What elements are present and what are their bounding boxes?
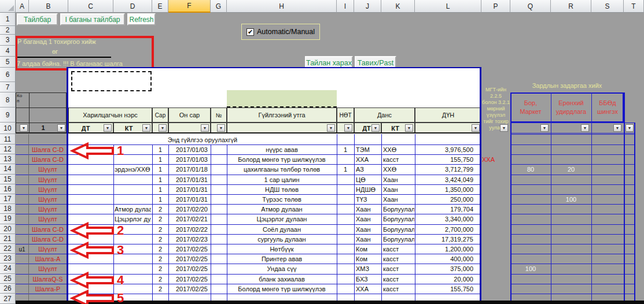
cell-B18[interactable]: Шүүлт [29, 205, 67, 214]
cell-F25[interactable]: 2017/02/25 [168, 275, 208, 284]
cell-E14[interactable]: 1 [152, 165, 168, 174]
cell-L18[interactable]: 179,704 [415, 205, 473, 214]
column-r-filter-dropdown[interactable]: ▼ [581, 124, 589, 132]
cell-E12[interactable]: 1 [152, 145, 168, 154]
kt1-filter-cell-dropdown[interactable]: ▼ [142, 124, 150, 132]
column-header-C[interactable]: C [68, 0, 113, 13]
kt2-filter-cell-dropdown[interactable]: ▼ [405, 124, 413, 132]
column-a-filter-dropdown[interactable]: ▼ [20, 124, 28, 132]
cell-B26[interactable]: Шалга-P [29, 284, 67, 294]
column-header-P[interactable]: P [481, 0, 510, 13]
cell-F22[interactable]: 2017/02/25 [168, 244, 208, 254]
cell-K16[interactable]: Хаан [383, 185, 414, 194]
cell-J12[interactable]: ТЭМ [356, 145, 381, 154]
row-header-26[interactable]: 26 [0, 284, 16, 294]
column-header-R[interactable]: R [551, 0, 591, 13]
column-header-K[interactable]: K [381, 0, 415, 13]
cell-J14[interactable]: АЗ [356, 165, 381, 174]
cell-L24[interactable]: 375,000 [415, 264, 473, 273]
cell-H26[interactable]: Болорд мөнгө түр шилжүүлэв [227, 284, 337, 294]
cell-E15[interactable]: 1 [152, 175, 168, 184]
cell-J19[interactable]: Хаан [356, 214, 381, 224]
column-header-B[interactable]: B [29, 0, 68, 13]
cell-H20[interactable]: Соёл дулаан [227, 225, 337, 234]
column-header-D[interactable]: D [113, 0, 152, 13]
cell-B24[interactable]: Шүүлт [29, 264, 67, 273]
cell-E21[interactable]: 2 [152, 235, 168, 244]
cell-L16[interactable]: 1,350,000 [415, 185, 473, 194]
cell-B22[interactable]: Шүүлт [29, 244, 67, 254]
row-header-5[interactable]: 5 [0, 57, 16, 68]
cell-B13[interactable]: Шалга C-D [29, 155, 67, 164]
row-header-25[interactable]: 25 [0, 274, 16, 284]
cell-K12[interactable]: ХХӨ [383, 145, 414, 154]
no-filter-cell-dropdown[interactable]: ▼ [217, 124, 225, 132]
cell-H22[interactable]: Нөтбүүк [227, 244, 337, 254]
cell-E17[interactable]: 1 [152, 195, 168, 204]
cell-H17[interactable]: Түрээс төлөв [227, 195, 337, 204]
row-header-2[interactable]: 2 [0, 26, 16, 35]
column-header-G[interactable]: G [211, 0, 227, 13]
cell-R17[interactable]: 100 [551, 195, 591, 204]
cell-F20[interactable]: 2017/02/22 [168, 225, 208, 234]
row-header-17[interactable]: 17 [0, 194, 16, 204]
cell-K18[interactable]: Борлуулалт [383, 205, 414, 214]
cell-H18[interactable]: Атмор дулаан [227, 205, 337, 214]
row-header-6[interactable]: 6 [0, 68, 16, 82]
cell-F26[interactable]: 2017/02/25 [168, 284, 208, 294]
cell-L15[interactable]: 3,424,049 [415, 175, 473, 184]
cell-K25[interactable]: касст [383, 275, 414, 284]
cell-J15[interactable]: ЦӨ [356, 175, 381, 184]
cell-H12[interactable]: нүүрс авав [227, 145, 337, 154]
row-header-10[interactable]: 10 [0, 123, 16, 134]
cell-F21[interactable]: 2017/02/23 [168, 235, 208, 244]
row-header-4[interactable]: 4 [0, 46, 16, 57]
column-header-H[interactable]: H [227, 0, 337, 13]
cell-I14[interactable]: 1 [337, 165, 354, 174]
column-header-T[interactable]: T [624, 0, 644, 13]
row-header-24[interactable]: 24 [0, 264, 16, 273]
yearmonth-filter-cell-dropdown[interactable]: ▼ [201, 124, 209, 132]
cell-L26[interactable]: 155,750 [415, 284, 473, 294]
column-b-filter-dropdown[interactable]: ▼ [57, 124, 65, 132]
cell-L25[interactable]: 20,000 [415, 275, 473, 284]
cell-K15[interactable]: Хаан [383, 175, 414, 184]
cell-E26[interactable]: 2 [152, 284, 168, 294]
cell-B14[interactable]: Шүүлт [29, 165, 67, 174]
description-filter-cell-dropdown[interactable]: ▼ [327, 124, 335, 132]
column-header-S[interactable]: S [591, 0, 624, 13]
row-header-13[interactable]: 13 [0, 154, 16, 164]
row-header-14[interactable]: 14 [0, 164, 16, 174]
cell-K14[interactable]: ХХӨ [383, 165, 414, 174]
cell-Q24[interactable]: 100 [510, 264, 551, 273]
cell-E19[interactable]: 2 [152, 214, 168, 224]
cell-B21[interactable]: Шалга C-D [29, 235, 67, 244]
cell-P13[interactable]: ХХА [482, 155, 510, 164]
column-header-I[interactable]: I [337, 0, 354, 13]
column-header-Q[interactable]: Q [510, 0, 551, 13]
cell-F17[interactable]: 2017/01/31 [168, 195, 208, 204]
cell-K13[interactable]: касст [383, 155, 414, 164]
b10-filter-value[interactable]: 1 [29, 123, 57, 133]
cell-J26[interactable]: ХХА [356, 284, 381, 294]
cell-B16[interactable]: Шүүлт [29, 185, 67, 194]
cell-B23[interactable]: Шалга-A [29, 254, 67, 264]
cell-F19[interactable]: 2017/02/21 [168, 214, 208, 224]
cell-H19[interactable]: Цэцэрлэг дулаан [227, 214, 337, 224]
cell-F15[interactable]: 2017/01/31 [168, 175, 208, 184]
cell-H15[interactable]: 1 сар цалин [227, 175, 337, 184]
cell-B25[interactable]: ШалгаQ-S [29, 275, 67, 284]
row-header-18[interactable]: 18 [0, 204, 16, 214]
cell-L17[interactable]: 250,000 [415, 195, 473, 204]
cell-H16[interactable]: НДШ төлөв [227, 185, 337, 194]
cell-F23[interactable]: 2017/02/25 [168, 254, 208, 264]
row-header-1[interactable]: 1 [0, 13, 16, 26]
cell-K24[interactable]: касст [383, 264, 414, 273]
cell-J21[interactable]: Хаан [356, 235, 381, 244]
cell-K20[interactable]: Борлуулалт [383, 225, 414, 234]
cell-F16[interactable]: 2017/01/31 [168, 185, 208, 194]
cell-B12[interactable]: Шалга C-D [29, 145, 67, 154]
cell-J17[interactable]: ТҮЗ [356, 195, 381, 204]
cell-L22[interactable]: 1,200,000 [415, 244, 473, 254]
cell-E20[interactable]: 2 [152, 225, 168, 234]
